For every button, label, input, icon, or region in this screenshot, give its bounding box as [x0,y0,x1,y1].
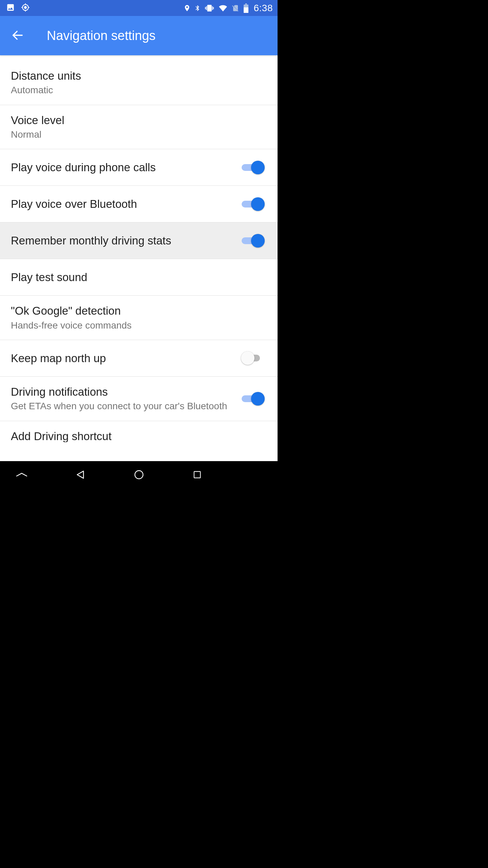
setting-play-test-sound[interactable]: Play test sound [0,259,278,296]
wifi-icon [218,4,228,13]
setting-title: Add Driving shortcut [11,429,267,442]
setting-title: Driving notifications [11,385,236,399]
back-button[interactable] [9,27,26,44]
svg-point-4 [135,471,143,479]
arrow-back-icon [11,28,24,43]
page-title: Navigation settings [47,28,156,43]
status-time: 6:38 [254,3,273,14]
status-bar: 6:38 [0,0,278,16]
toggle-driving-notifications[interactable] [241,391,265,406]
setting-keep-map-north-up[interactable]: Keep map north up [0,340,278,377]
svg-rect-1 [244,7,248,13]
setting-title: Play voice over Bluetooth [11,197,236,211]
svg-rect-2 [245,3,247,5]
toggle-voice-during-calls[interactable] [241,160,265,175]
nav-recent-button[interactable] [185,467,209,483]
setting-title: Play test sound [11,270,267,284]
setting-title: Play voice during phone calls [11,160,236,174]
setting-voice-level[interactable]: Voice level Normal [0,105,278,150]
location-pin-icon [183,4,191,13]
image-icon [6,3,15,13]
setting-title: Distance units [11,69,267,83]
settings-list[interactable]: Distance units Automatic Voice level Nor… [0,55,278,461]
status-left-icons [6,3,30,13]
battery-icon [243,3,249,13]
setting-title: Voice level [11,113,267,127]
setting-add-driving-shortcut[interactable]: Add Driving shortcut [0,421,278,442]
toggle-keep-map-north-up[interactable] [241,351,265,366]
status-right-icons: 6:38 [183,3,273,14]
setting-title: Keep map north up [11,351,236,365]
setting-title: Remember monthly driving stats [11,234,236,248]
app-bar: Navigation settings [0,16,278,55]
svg-rect-5 [194,472,201,478]
system-nav-bar [0,461,278,488]
bluetooth-icon [194,4,201,13]
setting-driving-notifications[interactable]: Driving notifications Get ETAs when you … [0,377,278,421]
location-crosshair-icon [21,3,30,13]
setting-distance-units[interactable]: Distance units Automatic [0,55,278,105]
setting-voice-over-bluetooth[interactable]: Play voice over Bluetooth [0,186,278,222]
setting-subtitle: Automatic [11,84,267,96]
setting-subtitle: Hands-free voice commands [11,319,267,332]
setting-title: "Ok Google" detection [11,304,267,318]
toggle-monthly-driving-stats[interactable] [241,233,265,248]
setting-subtitle: Get ETAs when you connect to your car's … [11,400,236,412]
vibrate-icon [204,4,215,13]
nav-caret-button[interactable] [9,467,34,483]
no-sim-icon [231,4,240,13]
setting-voice-during-calls[interactable]: Play voice during phone calls [0,149,278,186]
nav-home-button[interactable] [127,467,151,483]
setting-monthly-driving-stats[interactable]: Remember monthly driving stats [0,222,278,259]
setting-subtitle: Normal [11,129,267,141]
setting-ok-google-detection[interactable]: "Ok Google" detection Hands-free voice c… [0,296,278,340]
toggle-voice-over-bluetooth[interactable] [241,197,265,212]
nav-back-button[interactable] [68,467,93,483]
